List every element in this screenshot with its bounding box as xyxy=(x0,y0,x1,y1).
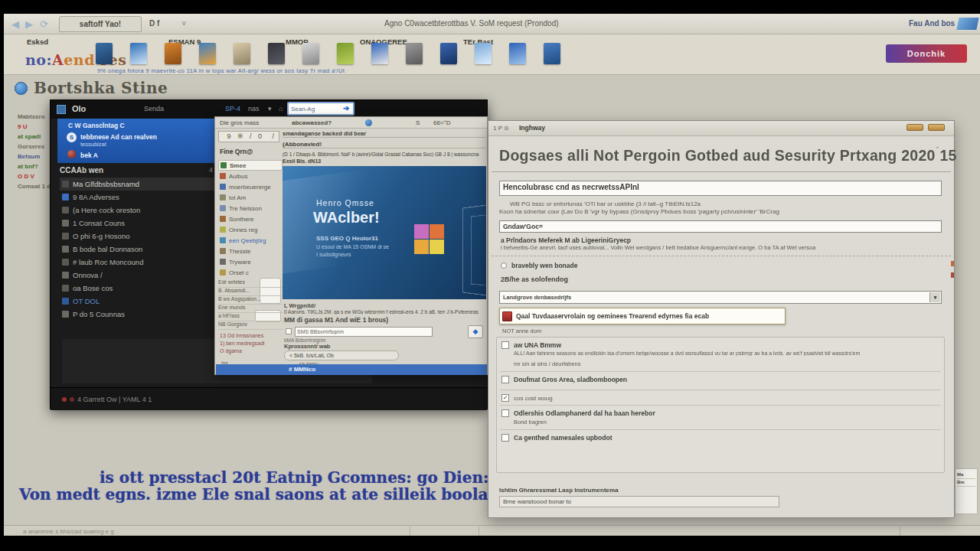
explorer-nav-item[interactable]: Thesste xyxy=(218,246,283,256)
explorer-field-4: Exsil Bis. dN13 xyxy=(283,158,486,164)
browser-corner-icon xyxy=(956,18,978,30)
app-icon[interactable] xyxy=(371,43,388,64)
browser-toolbar: Esksd ESMAN 9 MMOP ONAOGEREE TEr Bast no… xyxy=(4,34,980,75)
menu-item-1[interactable]: Esksd xyxy=(27,37,48,46)
app-icon[interactable] xyxy=(440,43,457,64)
blue-panel-item-1[interactable]: C W Gansclntag C xyxy=(68,122,125,129)
statusbar-divider xyxy=(900,527,900,536)
checkbox-5[interactable] xyxy=(501,434,509,442)
radio-label[interactable]: bravebly wen bonade xyxy=(511,262,577,269)
explorer-nav-item[interactable]: Smee xyxy=(218,160,283,171)
explorer-nav-item[interactable]: Tre Nelsson xyxy=(218,203,283,214)
account-text[interactable]: Fau And bos xyxy=(909,19,955,28)
explorer-input[interactable] xyxy=(295,327,433,337)
app-icon[interactable] xyxy=(302,43,319,64)
app-icon[interactable] xyxy=(130,43,147,64)
blue-panel-item-3[interactable]: bek A xyxy=(80,152,98,159)
explorer-icon-strip[interactable]: 9 ※ / 0 / xyxy=(218,131,279,142)
preview-sub-2: U esoul de MA 15 OSNM di se xyxy=(316,244,389,249)
checkbox-2[interactable] xyxy=(501,376,509,383)
selected-row[interactable]: # MMNco xyxy=(216,364,487,375)
app-icon[interactable] xyxy=(544,43,560,64)
checkbox-1-label[interactable]: aw UNA Bmmw xyxy=(514,341,561,349)
forward-icon[interactable]: ▶ xyxy=(25,18,33,30)
explorer-nav-item[interactable]: Onnes reg xyxy=(218,224,283,235)
logo-square-yellow xyxy=(430,240,444,254)
sidebar-item-label: # laub Roc Moncound xyxy=(73,256,143,269)
dark-menu-2[interactable]: SP-4 xyxy=(225,105,240,112)
explorer-nav-item[interactable]: Sonthere xyxy=(218,214,283,224)
explorer-sub-item[interactable]: B ws Asgspaton... xyxy=(218,296,283,305)
sidebar-item-label: O phi 6-g Hosono xyxy=(73,230,129,243)
checkbox-4[interactable] xyxy=(501,409,509,417)
chevron-down-icon[interactable]: ▾ xyxy=(268,105,272,112)
home-icon[interactable]: ⌂ xyxy=(279,105,283,112)
app-icon[interactable] xyxy=(234,43,250,64)
minimize-button[interactable] xyxy=(906,124,923,131)
app-icon[interactable] xyxy=(268,43,285,64)
info-icon[interactable] xyxy=(365,119,372,126)
app-icon[interactable] xyxy=(475,43,492,64)
nav-item-icon xyxy=(220,184,226,190)
app-icon[interactable] xyxy=(337,43,354,64)
dark-menu-1[interactable]: Senda xyxy=(144,105,164,112)
statusbar-divider xyxy=(410,527,410,536)
address-text[interactable]: Agno C0wacetbterottbas V. SoM request (P… xyxy=(384,19,559,28)
sidebar-item-label: Ma Glfdbsbsbsnamd xyxy=(73,178,139,191)
checkbox-2-label[interactable]: Doufmat Gros Area, sladbomboopen xyxy=(514,376,627,383)
search-go-icon[interactable]: ➔ xyxy=(343,104,349,112)
explorer-sub-item[interactable]: Ene munds xyxy=(218,305,283,313)
browser-tab[interactable]: saftoff Yao! xyxy=(59,16,142,32)
explorer-checkbox[interactable] xyxy=(286,328,292,334)
pill-button[interactable]: < 5kB. b/s/LatL Ob xyxy=(284,350,399,360)
app-icon[interactable] xyxy=(165,43,181,64)
explorer-field-2[interactable]: (Abbonavied! xyxy=(283,141,486,148)
explorer-sub-item[interactable]: B. Absamdi... xyxy=(218,288,283,296)
explorer-action-button[interactable]: ◆ xyxy=(468,325,483,338)
checkbox-3[interactable] xyxy=(501,394,509,402)
explorer-red-item[interactable]: O dgama xyxy=(220,348,284,356)
close-button[interactable] xyxy=(928,124,945,131)
checkbox-3-label[interactable]: cos cost woug xyxy=(514,395,553,402)
record-icon xyxy=(67,150,76,158)
footer-input[interactable]: Bme wanstoood bonar to xyxy=(499,496,779,507)
nav-item-label: Smee xyxy=(230,162,246,169)
dialog-input-2[interactable]: Gndaw'Goc= xyxy=(499,220,942,233)
explorer-nav-item[interactable]: Tryware xyxy=(218,256,283,267)
app-icon[interactable] xyxy=(509,43,526,64)
dialog-select[interactable]: Landgrove denbasedrijfs ▾ xyxy=(499,291,942,304)
highlight-overlay[interactable]: Qaal Tuvdaaservrolain og oeminees Treare… xyxy=(499,308,786,324)
dialog-titlebar[interactable]: 1 P ⊙ Inghway xyxy=(488,121,954,136)
explorer-field-1[interactable]: smandaganse backed did bear xyxy=(283,130,486,138)
nav-item-label: moerbeuererge xyxy=(229,184,271,191)
explorer-nav-item[interactable]: een Qeebjörg xyxy=(218,235,283,246)
blue-panel-item-2[interactable]: tebbnese Ad can realven xyxy=(80,133,157,141)
donchik-button[interactable]: Donchik xyxy=(886,44,967,63)
explorer-nav-item[interactable]: Aulbus xyxy=(218,171,283,181)
explorer-nav-item[interactable]: Orset c xyxy=(218,267,283,278)
dialog-bold-1: a Prlndaors Meferek M ab LigeeriniGryecp xyxy=(501,236,631,244)
dialog-input-1[interactable]: Hencolubrasc cnd as necrwetssAPlnl xyxy=(499,181,942,196)
explorer-sub-item[interactable]: NB Gorgsov xyxy=(218,321,283,330)
refresh-icon[interactable]: ⟳ xyxy=(40,18,48,30)
explorer-titlebar[interactable]: Die gros mass abcawassed? S 66=°D xyxy=(215,117,487,129)
app-icon[interactable] xyxy=(199,43,216,64)
explorer-red-item[interactable]: 1) ben medregsadl xyxy=(220,341,284,348)
app-icon[interactable] xyxy=(96,43,113,64)
checkbox-1[interactable] xyxy=(501,341,509,349)
explorer-nav-item[interactable]: moerbeuererge xyxy=(218,181,283,192)
checkbox-5-label[interactable]: Ca genthed namesales upbodot xyxy=(514,434,612,442)
sidebar-item-icon xyxy=(62,259,69,266)
radio-button[interactable] xyxy=(501,262,507,269)
browser-tab-2[interactable]: D f xyxy=(149,19,159,28)
select-arrow-icon[interactable]: ▾ xyxy=(929,292,940,302)
window-title: Olo xyxy=(72,104,86,113)
back-icon[interactable]: ◀ xyxy=(11,18,19,30)
explorer-nav-item[interactable]: lot Am xyxy=(218,192,283,203)
explorer-red-item[interactable]: 13 Od Irmssnanes xyxy=(220,333,284,341)
checkbox-4-label[interactable]: Odlershis Odlamphanerd dal ha baan hereb… xyxy=(514,409,655,417)
explorer-sub-item[interactable]: a hif?ass xyxy=(218,313,283,321)
tab-dropdown-icon[interactable]: v xyxy=(182,19,186,27)
explorer-sub-item[interactable]: Edr wrbites xyxy=(218,279,283,288)
app-icon[interactable] xyxy=(406,43,423,64)
